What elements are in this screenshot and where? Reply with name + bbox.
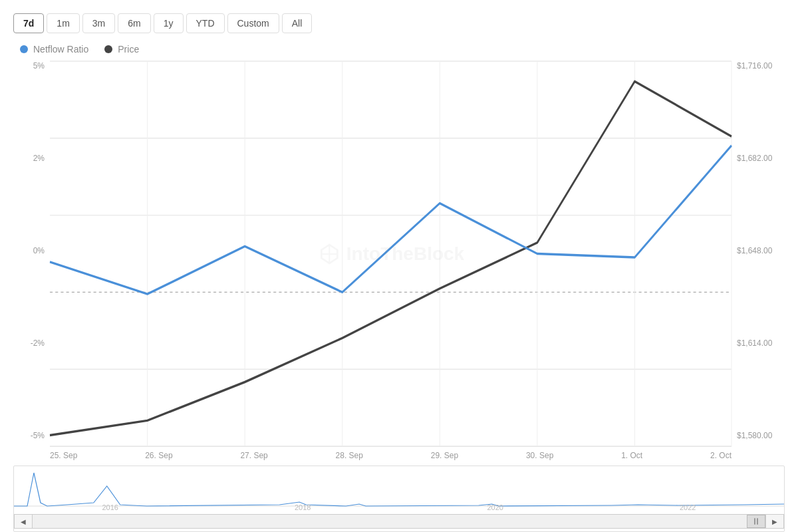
mini-chart-svg <box>14 466 784 511</box>
time-btn-6m[interactable]: 6m <box>118 13 150 33</box>
x-axis-label: 28. Sep <box>336 451 363 460</box>
main-chart-area: 5%2%0%-2%-5% IntoTheBlock <box>13 61 785 460</box>
y-axis-right-label: $1,648.00 <box>737 246 785 255</box>
time-btn-ytd[interactable]: YTD <box>186 13 225 33</box>
y-axis-right-label: $1,716.00 <box>737 61 785 70</box>
mini-nav-handle[interactable] <box>747 515 765 528</box>
y-axis-right-label: $1,580.00 <box>737 431 785 440</box>
time-btn-1m[interactable]: 1m <box>47 13 79 33</box>
y-axis-left: 5%2%0%-2%-5% <box>13 61 50 460</box>
time-btn-1y[interactable]: 1y <box>154 13 184 33</box>
x-axis-label: 26. Sep <box>145 451 172 460</box>
handle-line-2 <box>757 518 758 525</box>
mini-nav-track[interactable] <box>33 514 765 529</box>
time-btn-3m[interactable]: 3m <box>82 13 115 33</box>
x-axis-label: 1. Oct <box>621 451 642 460</box>
main-chart-svg <box>50 61 732 446</box>
legend-dot <box>20 45 28 53</box>
x-axis-label: 27. Sep <box>240 451 267 460</box>
mini-nav-left[interactable]: ◀ <box>14 514 33 529</box>
y-axis-left-label: 0% <box>13 246 45 255</box>
y-axis-left-label: 5% <box>13 61 45 70</box>
y-axis-left-label: -5% <box>13 431 45 440</box>
time-btn-7d[interactable]: 7d <box>13 13 44 33</box>
mini-chart: 2016201820202022 ◀ ▶ <box>13 466 785 532</box>
time-btn-custom[interactable]: Custom <box>227 13 279 33</box>
y-axis-left-label: 2% <box>13 154 45 163</box>
chart-and-axes: IntoTheBlock <box>50 61 732 460</box>
y-axis-right: $1,716.00$1,682.00$1,648.00$1,614.00$1,5… <box>732 61 785 460</box>
toolbar: 7d1m3m6m1yYTDCustomAll <box>13 13 785 33</box>
x-axis-label: 30. Sep <box>526 451 553 460</box>
x-axis-label: 29. Sep <box>431 451 458 460</box>
y-axis-left-label: -2% <box>13 338 45 348</box>
chart-container: 7d1m3m6m1yYTDCustomAll Netflow RatioPric… <box>0 0 798 532</box>
handle-lines <box>754 518 758 525</box>
legend: Netflow RatioPrice <box>13 44 785 55</box>
x-axis: 25. Sep26. Sep27. Sep28. Sep29. Sep30. S… <box>50 447 732 460</box>
y-axis-right-label: $1,614.00 <box>737 338 785 348</box>
time-btn-all[interactable]: All <box>282 13 313 33</box>
legend-dot <box>104 45 112 53</box>
legend-label: Price <box>118 44 139 55</box>
x-axis-label: 2. Oct <box>710 451 732 460</box>
chart-inner: IntoTheBlock <box>50 61 732 447</box>
legend-item-netflow-ratio: Netflow Ratio <box>20 44 88 55</box>
legend-label: Netflow Ratio <box>33 44 88 55</box>
handle-line-1 <box>754 518 755 525</box>
legend-item-price: Price <box>104 44 139 55</box>
mini-nav-right[interactable]: ▶ <box>765 514 784 529</box>
y-axis-right-label: $1,682.00 <box>737 154 785 163</box>
x-axis-label: 25. Sep <box>50 451 77 460</box>
mini-nav: ◀ ▶ <box>14 514 784 529</box>
